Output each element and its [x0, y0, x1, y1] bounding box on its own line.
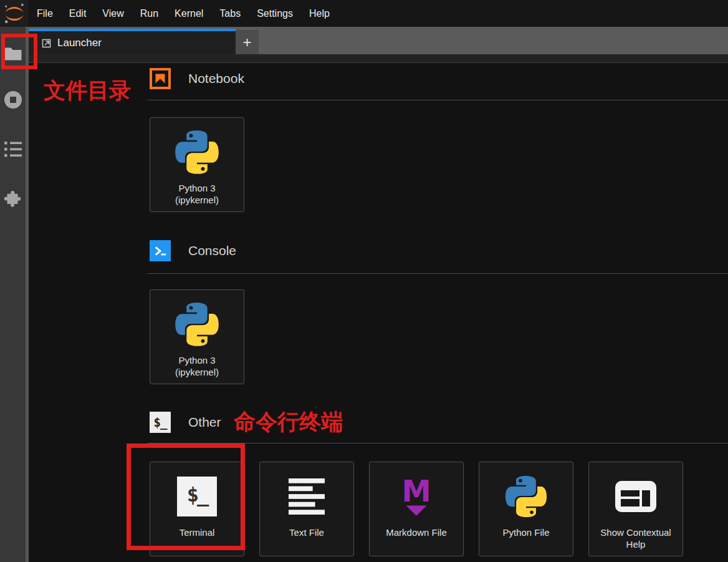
menu-item-help[interactable]: Help — [301, 8, 338, 19]
menu-item-edit[interactable]: Edit — [61, 8, 95, 19]
menu-item-view[interactable]: View — [94, 8, 132, 19]
card-label: Show Contextual Help — [592, 527, 679, 551]
dock-tab-bar: Launcher + — [29, 27, 728, 54]
terminal-icon: $_ — [177, 477, 217, 516]
launcher-card-terminal[interactable]: $_ Terminal — [150, 462, 244, 556]
folder-icon — [4, 46, 22, 61]
menu-item-run[interactable]: Run — [132, 8, 166, 19]
console-section-header: Console — [150, 240, 236, 261]
launcher-card-python-file[interactable]: Python File — [479, 462, 573, 556]
tab-launcher[interactable]: Launcher — [29, 29, 236, 54]
console-section-title: Console — [188, 243, 236, 258]
card-label: Text File — [263, 527, 350, 539]
sidebar-tab-table-of-contents[interactable] — [0, 141, 26, 157]
launcher-card-text-file[interactable]: Text File — [259, 462, 354, 556]
menu-item-kernel[interactable]: Kernel — [166, 8, 211, 19]
tab-bar-lower-strip — [29, 54, 728, 63]
launcher-card-console-python3[interactable]: Python 3 (ipykernel) — [150, 289, 244, 384]
contextual-help-icon — [615, 480, 657, 513]
terminal-icon: $_ — [150, 412, 171, 433]
notebook-section-header: Notebook — [150, 68, 244, 89]
sidebar-tab-running-kernels[interactable] — [0, 90, 26, 109]
new-tab-button[interactable]: + — [236, 30, 259, 54]
python-icon — [502, 472, 550, 521]
menubar: File Edit View Run Kernel Tabs Settings … — [0, 0, 728, 27]
card-label: Terminal — [153, 527, 241, 539]
card-label: Python 3 (ipykernel) — [153, 355, 241, 379]
sidebar-tab-file-browser[interactable] — [0, 46, 26, 61]
jupyterlab-window: File Edit View Run Kernel Tabs Settings … — [0, 0, 728, 562]
menu-item-tabs[interactable]: Tabs — [211, 8, 249, 19]
jupyter-logo-icon — [0, 0, 29, 27]
markdown-icon: M — [398, 476, 434, 517]
tab-launcher-label: Launcher — [57, 37, 102, 49]
launcher-icon — [42, 38, 52, 48]
other-section-title: Other — [188, 415, 221, 430]
menu-item-file[interactable]: File — [29, 8, 61, 19]
card-label: Markdown File — [373, 527, 460, 539]
divider — [148, 100, 728, 100]
console-icon — [150, 240, 171, 261]
svg-text:M: M — [401, 476, 431, 508]
launcher-card-notebook-python3[interactable]: Python 3 (ipykernel) — [150, 117, 244, 212]
notebook-icon — [150, 68, 171, 89]
other-section-header: $_ Other — [150, 412, 221, 433]
sidebar-tab-extension-manager[interactable] — [0, 188, 26, 208]
puzzle-icon — [4, 188, 22, 208]
menu-items: File Edit View Run Kernel Tabs Settings … — [29, 0, 338, 27]
card-label: Python 3 (ipykernel) — [153, 183, 241, 206]
launcher-card-show-contextual-help[interactable]: Show Contextual Help — [588, 462, 683, 556]
divider — [148, 273, 728, 274]
python-icon — [171, 299, 223, 350]
notebook-section-title: Notebook — [188, 71, 244, 86]
list-icon — [4, 141, 22, 157]
python-icon — [171, 127, 223, 178]
divider — [148, 443, 728, 443]
text-file-icon — [287, 478, 326, 515]
launcher-card-markdown-file[interactable]: M Markdown File — [369, 462, 464, 556]
card-label: Python File — [482, 527, 570, 539]
left-sidebar — [0, 27, 29, 562]
menu-item-settings[interactable]: Settings — [249, 8, 301, 19]
stop-circle-icon — [4, 90, 22, 109]
launcher-panel: Notebook Python 3 (ipykernel) — [29, 64, 728, 562]
